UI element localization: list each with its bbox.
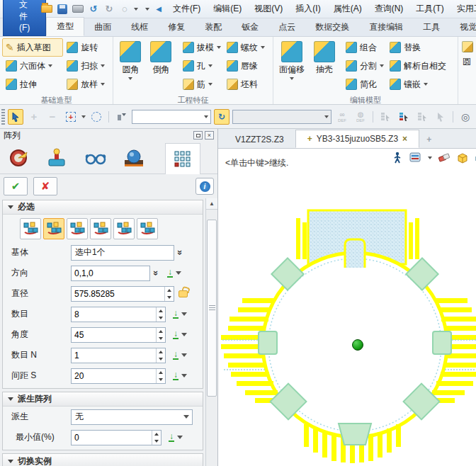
remove-entity-icon[interactable]: − [45,109,60,125]
required-section-header[interactable]: 必选 [3,200,203,215]
menu-file[interactable]: 文件(F) [168,1,205,17]
base-expand-icon[interactable]: » [175,247,186,258]
spacing-pick-dropdown-icon[interactable] [181,374,187,377]
print-icon[interactable] [72,3,84,16]
pick-from-list-icon[interactable] [396,109,412,125]
pick-last-icon[interactable] [414,109,430,125]
center-point[interactable] [353,340,363,351]
face-offset-button[interactable]: 面偏移 [276,38,308,93]
bundle-def-icon[interactable]: ◍DEF [353,109,368,125]
glasses-icon[interactable] [85,147,106,169]
number-n-spinner[interactable] [156,348,165,363]
window-select-dropdown-icon[interactable] [81,115,86,118]
info-button[interactable]: i [196,178,214,195]
collapse-menubar-icon[interactable]: ◀ [152,3,165,16]
tab-surface[interactable]: 曲面 [84,18,121,36]
model-drawing[interactable] [218,149,476,466]
number-n-pick-dropdown-icon[interactable] [181,353,187,357]
tab-dataexchange[interactable]: 数据交换 [305,18,359,36]
pattern-type-face-button[interactable] [90,218,111,239]
menu-utilities[interactable]: 实用工具(U [452,1,476,17]
tab-wireframe[interactable]: 线框 [121,18,158,36]
gauge-icon[interactable] [8,147,30,169]
new-tab-button[interactable]: + [419,131,438,148]
document-tab-2[interactable]: + YB3-315juzuoSB5.Z3 × [295,130,419,148]
spacing-pick-icon[interactable]: ↓ [173,371,178,380]
combine-button[interactable]: 组合 [342,38,386,57]
sweep-button[interactable]: 扫掠 [63,57,110,75]
pattern-tab-selected[interactable] [165,143,200,174]
pick-filter-icon[interactable] [8,109,23,125]
unlock-icon[interactable] [178,290,188,297]
number-input[interactable] [71,307,166,322]
pattern-type-curve-button[interactable] [113,218,135,239]
stock-button[interactable]: 坯料 [223,75,271,93]
tab-tools[interactable]: 工具 [413,18,450,36]
number-pick-icon[interactable]: ↓ [173,309,178,319]
window-select-icon[interactable]: + [63,109,79,125]
stamp-icon[interactable] [47,147,68,169]
draft-button[interactable]: 拔模 [179,38,223,57]
diameter-spinner[interactable] [164,287,174,301]
ok-button[interactable]: ✔ [4,177,28,195]
loft-button[interactable]: 放样 [63,75,110,93]
viewport[interactable]: <单击中键>继续. [218,149,476,466]
ribbon-file-tab[interactable]: 文件(F) [3,0,46,36]
toolbar-grip[interactable] [1,109,5,125]
spacing-input[interactable] [71,368,166,384]
filter-combobox[interactable] [132,110,211,124]
base-select[interactable]: 选中1个 [71,245,174,261]
menu-insert[interactable]: 插入(I) [290,1,325,17]
menu-view[interactable]: 视图(V) [249,1,288,17]
scrollbar-thumb[interactable] [207,220,217,397]
derived-select[interactable]: 无 [71,409,193,425]
revolve-button[interactable]: 旋转 [63,38,110,57]
tab-repair[interactable]: 修复 [158,18,195,36]
chamfer-button[interactable]: 倒角 [146,38,176,93]
add-entity-icon[interactable]: + [26,109,42,125]
insert-sketch-button[interactable]: ✎ 插入草图 [2,38,63,57]
pattern-type-point-button[interactable] [67,218,88,239]
angle-pick-icon[interactable]: ↓ [173,330,178,339]
panel-scrollbar[interactable]: ▲ [205,198,217,466]
pattern-type-fill-button[interactable] [137,218,158,239]
angle-spinner[interactable] [156,328,165,342]
cancel-button[interactable]: ✘ [33,177,57,195]
lasso-select-icon[interactable] [89,109,104,125]
min-value-pick-icon[interactable]: ↓ [169,433,174,442]
scroll-up-icon[interactable]: ▲ [206,198,217,210]
tab-visualstyle[interactable]: 视觉样式 [450,18,476,36]
derived-section-header[interactable]: 派生阵列 [3,392,203,407]
save-icon[interactable] [56,3,69,16]
min-value-pick-dropdown-icon[interactable] [177,436,183,439]
tab-assembly[interactable]: 装配 [195,18,232,36]
menu-inquire[interactable]: 查询(N) [370,1,409,17]
toggle-section-header[interactable]: 切换实例 [3,454,203,466]
direction-expand-icon[interactable]: » [151,268,162,279]
lip-button[interactable]: 唇缘 [223,57,271,75]
resolve-selfintersection-button[interactable]: 解析自相交 [386,57,454,75]
angle-pick-dropdown-icon[interactable] [181,333,187,336]
tab-close-icon[interactable]: × [402,134,407,144]
cursor-icon[interactable] [433,109,448,125]
angle-input[interactable] [71,327,166,343]
simplify-button[interactable]: 简化 [342,75,386,93]
reuse-last-input-icon[interactable]: ↻ [214,109,230,125]
undo-icon[interactable]: ↺ [87,3,100,16]
panel-close-icon[interactable]: × [205,131,214,140]
tab-sheetmetal[interactable]: 钣金 [232,18,268,36]
divide-button[interactable]: 分割 [342,57,386,75]
direction-input[interactable] [71,266,150,281]
fillet-button[interactable]: 圆角 [115,38,146,93]
menu-attributes[interactable]: 属性(A) [329,1,367,17]
spacing-spinner[interactable] [156,369,165,383]
min-value-input[interactable] [71,430,162,445]
number-spinner[interactable] [156,307,165,322]
pattern-type-linear-button[interactable] [20,218,41,239]
thread-button[interactable]: 螺纹 [223,38,271,57]
history-combobox[interactable] [232,110,332,124]
pick-list-icon[interactable] [378,109,393,125]
menu-edit[interactable]: 编辑(E) [208,1,246,17]
selection-target-icon[interactable]: ◌ [118,3,131,16]
number-n-input[interactable] [71,348,166,363]
